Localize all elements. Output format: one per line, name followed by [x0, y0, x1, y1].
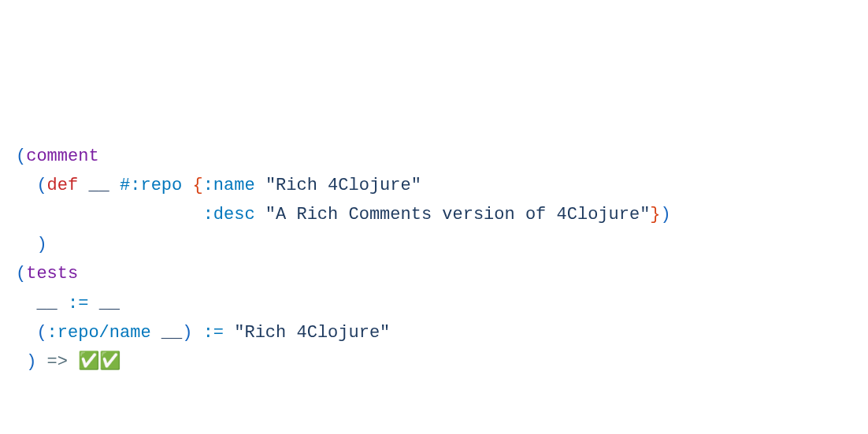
- space: [182, 176, 192, 195]
- key-name: :name: [203, 176, 255, 195]
- paren-close: ): [26, 352, 36, 372]
- key-desc: :desc: [203, 205, 255, 224]
- space: [68, 352, 78, 372]
- blank-placeholder: __: [88, 176, 109, 195]
- tests-symbol: tests: [26, 264, 78, 284]
- blank-placeholder: __: [36, 294, 57, 313]
- indent: [16, 294, 36, 313]
- paren-open: (: [36, 176, 46, 195]
- indent: [16, 235, 36, 254]
- space: [192, 323, 202, 343]
- space: [57, 294, 68, 313]
- space: [109, 176, 120, 195]
- indent: [16, 323, 36, 343]
- code-line-6: __ := __: [16, 289, 852, 318]
- paren-close: ): [182, 323, 192, 343]
- namespace-keyword: #:repo: [120, 176, 182, 195]
- paren-close: ): [661, 205, 671, 224]
- paren-close: ): [36, 235, 46, 254]
- space: [36, 352, 46, 372]
- comment-symbol: comment: [26, 147, 98, 166]
- code-line-1: (comment: [16, 142, 852, 171]
- string-literal: "A Rich Comments version of 4Clojure": [265, 205, 650, 224]
- code-line-2: (def __ #:repo {:name "Rich 4Clojure": [16, 171, 852, 200]
- space: [255, 176, 265, 195]
- paren-open: (: [16, 264, 26, 284]
- paren-open: (: [16, 147, 26, 166]
- indent: [16, 176, 36, 195]
- code-block: (comment (def __ #:repo {:name "Rich 4Cl…: [16, 142, 852, 377]
- code-line-7: (:repo/name __) := "Rich 4Clojure": [16, 318, 852, 347]
- code-line-3: :desc "A Rich Comments version of 4Cloju…: [16, 200, 852, 229]
- key-repo-name: :repo/name: [47, 323, 151, 343]
- assign-op: :=: [203, 323, 224, 343]
- paren-open: (: [36, 323, 46, 343]
- string-literal: "Rich 4Clojure": [234, 323, 390, 343]
- indent: [16, 205, 203, 224]
- brace-open: {: [192, 176, 202, 195]
- space: [78, 176, 88, 195]
- blank-placeholder: __: [99, 294, 120, 313]
- space: [151, 323, 161, 343]
- indent: [16, 352, 26, 372]
- assign-op: :=: [68, 294, 88, 313]
- string-literal: "Rich 4Clojure": [265, 176, 421, 195]
- blank-placeholder: __: [161, 323, 182, 343]
- space: [224, 323, 234, 343]
- brace-close: }: [650, 205, 660, 224]
- space: [255, 205, 265, 224]
- check-icon: ✅✅: [78, 352, 121, 372]
- def-keyword: def: [47, 176, 79, 195]
- code-line-5: (tests: [16, 259, 852, 288]
- space: [88, 294, 98, 313]
- code-line-8: ) => ✅✅: [16, 347, 852, 377]
- result-arrow: =>: [47, 352, 68, 372]
- code-line-4: ): [16, 230, 852, 259]
